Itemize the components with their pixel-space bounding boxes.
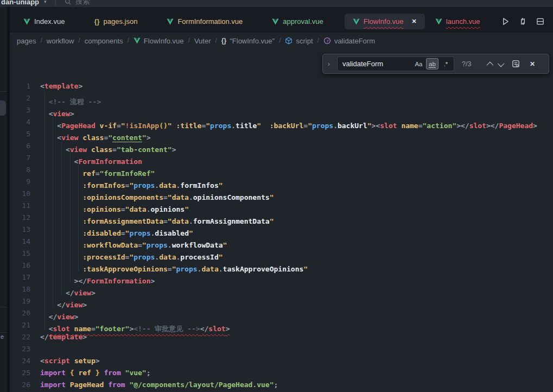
breadcrumb-label: pages [17, 37, 36, 45]
code-line[interactable]: 2<!-- 流程 --> [10, 92, 553, 104]
breadcrumb-separator: / [188, 37, 190, 45]
code-line[interactable]: 23 [10, 343, 553, 355]
find-in-selection-button[interactable] [512, 60, 520, 68]
line-number: 16 [10, 260, 40, 271]
run-button[interactable] [501, 17, 510, 26]
code-line[interactable]: 11:opinions="data.opinions" [10, 200, 553, 212]
code-line[interactable]: 16:taskApproveOpinions="props.data.taskA… [10, 260, 553, 271]
code-text: </view> [40, 295, 87, 307]
vue-icon [435, 18, 442, 25]
find-in-selection-icon [512, 60, 520, 68]
code-line[interactable]: 9:formInfos="props.data.formInfos" [10, 176, 553, 188]
breadcrumb-item-FlowInfo.vue[interactable]: {}"FlowInfo.vue" [221, 37, 275, 45]
whole-word-button[interactable]: ab [426, 58, 438, 69]
code-line[interactable]: 5<view class="content"> [10, 128, 553, 140]
find-input[interactable]: validateForm Aa ab .* [337, 56, 454, 71]
code-line[interactable]: 19</view> [10, 295, 553, 307]
code-line[interactable]: 1<template> [10, 80, 553, 92]
breadcrumb-item-workflow[interactable]: workflow [47, 37, 74, 45]
code-editor[interactable]: 1<template>2<!-- 流程 -->3<view>4<PageHead… [10, 49, 553, 392]
breadcrumb-item-script[interactable]: script [285, 37, 313, 45]
line-number: 21 [10, 319, 40, 331]
tab-label: approval.vue [283, 17, 323, 26]
code-line[interactable]: 7<FormInformation [10, 152, 553, 164]
editor-actions: ⋯ [501, 17, 553, 27]
breadcrumb-label: "FlowInfo.vue" [230, 37, 275, 45]
code-line[interactable]: 17></FormInformation> [10, 271, 553, 283]
match-case-button[interactable]: Aa [412, 58, 425, 69]
breadcrumb-separator: / [78, 37, 80, 45]
line-number: 5 [10, 128, 40, 140]
code-text: <view> [40, 104, 74, 116]
breadcrumb-separator: / [40, 37, 42, 45]
tab-pages.json[interactable]: {}pages.json [86, 14, 145, 29]
tab-Index.vue[interactable]: Index.vue [15, 14, 73, 29]
code-text: :opinions="data.opinions" [40, 200, 189, 212]
tab-approval.vue[interactable]: approval.vue [264, 14, 331, 29]
line-number: 6 [10, 140, 40, 152]
code-line[interactable]: 13:disabled="props.disabled" [10, 224, 553, 236]
code-line[interactable]: 21<slot name="footer"><!-- 审批意见 --></slo… [10, 319, 553, 331]
tab-FlowInfo.vue[interactable]: FlowInfo.vue✕ [345, 14, 425, 29]
breadcrumb-item-FlowInfo.vue[interactable]: FlowInfo.vue [134, 37, 184, 45]
code-line[interactable]: 6<view class="tab-content"> [10, 140, 553, 152]
sidebar-item-fragment[interactable] [0, 100, 6, 116]
tab-label: Index.vue [34, 17, 65, 26]
close-find-button[interactable]: ✕ [530, 60, 535, 68]
code-line[interactable]: 3<view> [10, 104, 553, 116]
sidebar-text-fragment: e [1, 333, 4, 340]
vue-icon [134, 37, 141, 44]
code-pane: 1<template>2<!-- 流程 -->3<view>4<PageHead… [10, 49, 553, 391]
line-number: 3 [10, 104, 40, 116]
code-text: <PageHead v-if="!isInApp()" :title="prop… [40, 116, 537, 128]
divider [0, 307, 7, 307]
breadcrumb-separator: / [128, 37, 129, 45]
line-number: 15 [10, 248, 40, 260]
code-line[interactable]: 4<PageHead v-if="!isInApp()" :title="pro… [10, 116, 553, 128]
previous-match-button[interactable] [487, 59, 492, 69]
code-text: </template> [40, 331, 87, 343]
close-tab-button[interactable]: ✕ [411, 18, 416, 25]
regex-button[interactable]: .* [440, 58, 452, 69]
breadcrumb-label: validateForm [334, 37, 375, 45]
breadcrumb-item-Vuter[interactable]: Vuter [194, 37, 211, 45]
split-editor-button[interactable] [536, 17, 544, 26]
global-search-box[interactable]: 搜索 [65, 0, 90, 7]
code-line[interactable]: 24<script setup> [10, 355, 553, 367]
code-line[interactable]: 10:opinionsComponents="data.opinionsComp… [10, 188, 553, 200]
code-line[interactable]: 18</view> [10, 283, 553, 295]
code-line[interactable]: 26import PageHead from "@/components/lay… [10, 379, 553, 391]
breadcrumb-item-validateForm[interactable]: fvalidateForm [323, 37, 375, 45]
code-line[interactable]: 25import { ref } from "vue"; [10, 367, 553, 379]
title-bar: dan-uniapp ▾ | 搜索 [0, 0, 553, 7]
tab-launch.vue[interactable]: launch.vue [427, 14, 488, 29]
toggle-replace-button[interactable]: › [325, 60, 333, 68]
svg-text:f: f [327, 39, 329, 43]
next-match-button[interactable] [499, 59, 504, 69]
compare-changes-icon [519, 17, 527, 26]
code-line[interactable]: 20</view> [10, 307, 553, 319]
match-count: ?/3 [462, 60, 478, 68]
project-name[interactable]: dan-uniapp [1, 0, 39, 6]
code-line[interactable]: 22</template> [10, 331, 553, 343]
tab-FormInformation.vue[interactable]: FormInformation.vue [158, 14, 251, 29]
run-icon [501, 17, 510, 26]
code-line[interactable]: 14:workflowData="props.workflowData" [10, 236, 553, 248]
compare-button[interactable] [519, 17, 527, 26]
code-text: </view> [40, 283, 96, 295]
code-text: :taskApproveOpinions="props.data.taskApp… [40, 260, 308, 271]
code-text: <view class="tab-content"> [40, 140, 176, 152]
line-number: 1 [10, 80, 40, 92]
breadcrumb-item-components[interactable]: components [85, 37, 123, 45]
find-query-text: validateForm [342, 60, 411, 68]
code-line[interactable]: 15:processId="props.data.processId" [10, 248, 553, 260]
code-line[interactable]: 8ref="formInfoRef" [10, 164, 553, 176]
code-line[interactable]: 12:formAssignmentData="data.formAssignme… [10, 212, 553, 224]
line-number: 22 [10, 331, 40, 343]
object-braces-icon: {} [221, 37, 226, 45]
editor-group: Index.vue{}pages.jsonFormInformation.vue… [10, 7, 553, 392]
line-number: 4 [10, 116, 40, 128]
vscode-window: dan-uniapp ▾ | 搜索 e Index.vue{}pages.jso… [0, 0, 553, 392]
breadcrumb-item-pages[interactable]: pages [17, 37, 36, 45]
code-text: <!-- 流程 --> [40, 92, 101, 104]
